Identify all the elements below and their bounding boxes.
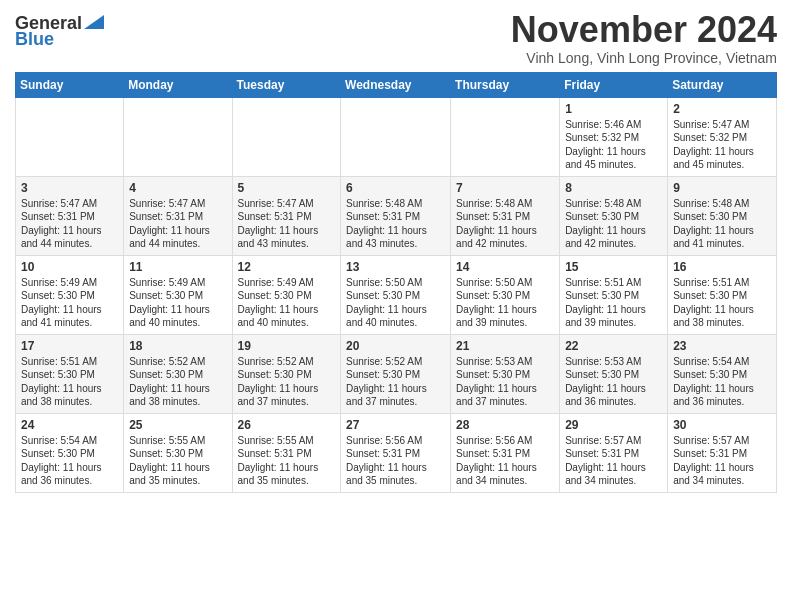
- day-number: 30: [673, 418, 771, 432]
- day-number: 9: [673, 181, 771, 195]
- cell-info: Sunrise: 5:54 AMSunset: 5:30 PMDaylight:…: [21, 434, 118, 488]
- svg-marker-0: [84, 15, 104, 29]
- day-number: 22: [565, 339, 662, 353]
- cell-info: Sunrise: 5:49 AMSunset: 5:30 PMDaylight:…: [129, 276, 226, 330]
- calendar-cell: 10Sunrise: 5:49 AMSunset: 5:30 PMDayligh…: [16, 255, 124, 334]
- calendar-header-row: SundayMondayTuesdayWednesdayThursdayFrid…: [16, 72, 777, 97]
- page-header: General Blue November 2024 Vinh Long, Vi…: [15, 10, 777, 66]
- day-number: 1: [565, 102, 662, 116]
- cell-info: Sunrise: 5:56 AMSunset: 5:31 PMDaylight:…: [456, 434, 554, 488]
- day-number: 23: [673, 339, 771, 353]
- day-number: 11: [129, 260, 226, 274]
- day-number: 12: [238, 260, 336, 274]
- calendar-cell: 3Sunrise: 5:47 AMSunset: 5:31 PMDaylight…: [16, 176, 124, 255]
- cell-info: Sunrise: 5:50 AMSunset: 5:30 PMDaylight:…: [346, 276, 445, 330]
- day-number: 10: [21, 260, 118, 274]
- calendar-cell: 30Sunrise: 5:57 AMSunset: 5:31 PMDayligh…: [668, 413, 777, 492]
- calendar-cell: 24Sunrise: 5:54 AMSunset: 5:30 PMDayligh…: [16, 413, 124, 492]
- calendar-cell: [124, 97, 232, 176]
- calendar-cell: 16Sunrise: 5:51 AMSunset: 5:30 PMDayligh…: [668, 255, 777, 334]
- cell-info: Sunrise: 5:52 AMSunset: 5:30 PMDaylight:…: [346, 355, 445, 409]
- calendar-cell: 15Sunrise: 5:51 AMSunset: 5:30 PMDayligh…: [560, 255, 668, 334]
- cell-info: Sunrise: 5:57 AMSunset: 5:31 PMDaylight:…: [565, 434, 662, 488]
- day-number: 18: [129, 339, 226, 353]
- cell-info: Sunrise: 5:55 AMSunset: 5:31 PMDaylight:…: [238, 434, 336, 488]
- calendar-cell: [341, 97, 451, 176]
- cell-info: Sunrise: 5:53 AMSunset: 5:30 PMDaylight:…: [456, 355, 554, 409]
- cell-info: Sunrise: 5:54 AMSunset: 5:30 PMDaylight:…: [673, 355, 771, 409]
- day-number: 7: [456, 181, 554, 195]
- day-number: 26: [238, 418, 336, 432]
- calendar-cell: 27Sunrise: 5:56 AMSunset: 5:31 PMDayligh…: [341, 413, 451, 492]
- location: Vinh Long, Vinh Long Province, Vietnam: [511, 50, 777, 66]
- calendar-cell: 2Sunrise: 5:47 AMSunset: 5:32 PMDaylight…: [668, 97, 777, 176]
- cell-info: Sunrise: 5:47 AMSunset: 5:32 PMDaylight:…: [673, 118, 771, 172]
- calendar-cell: 21Sunrise: 5:53 AMSunset: 5:30 PMDayligh…: [451, 334, 560, 413]
- column-header-monday: Monday: [124, 72, 232, 97]
- column-header-saturday: Saturday: [668, 72, 777, 97]
- day-number: 21: [456, 339, 554, 353]
- day-number: 29: [565, 418, 662, 432]
- day-number: 28: [456, 418, 554, 432]
- day-number: 2: [673, 102, 771, 116]
- month-title: November 2024: [511, 10, 777, 50]
- logo: General Blue: [15, 14, 104, 48]
- calendar-cell: [16, 97, 124, 176]
- calendar-cell: [451, 97, 560, 176]
- calendar-cell: [232, 97, 341, 176]
- calendar-cell: 7Sunrise: 5:48 AMSunset: 5:31 PMDaylight…: [451, 176, 560, 255]
- title-block: November 2024 Vinh Long, Vinh Long Provi…: [511, 10, 777, 66]
- day-number: 5: [238, 181, 336, 195]
- logo-blue: Blue: [15, 30, 54, 48]
- cell-info: Sunrise: 5:57 AMSunset: 5:31 PMDaylight:…: [673, 434, 771, 488]
- calendar-cell: 23Sunrise: 5:54 AMSunset: 5:30 PMDayligh…: [668, 334, 777, 413]
- calendar-cell: 1Sunrise: 5:46 AMSunset: 5:32 PMDaylight…: [560, 97, 668, 176]
- logo-icon: [84, 15, 104, 29]
- cell-info: Sunrise: 5:51 AMSunset: 5:30 PMDaylight:…: [565, 276, 662, 330]
- day-number: 14: [456, 260, 554, 274]
- cell-info: Sunrise: 5:50 AMSunset: 5:30 PMDaylight:…: [456, 276, 554, 330]
- calendar-cell: 25Sunrise: 5:55 AMSunset: 5:30 PMDayligh…: [124, 413, 232, 492]
- day-number: 19: [238, 339, 336, 353]
- calendar-cell: 28Sunrise: 5:56 AMSunset: 5:31 PMDayligh…: [451, 413, 560, 492]
- calendar-cell: 11Sunrise: 5:49 AMSunset: 5:30 PMDayligh…: [124, 255, 232, 334]
- day-number: 4: [129, 181, 226, 195]
- day-number: 16: [673, 260, 771, 274]
- cell-info: Sunrise: 5:47 AMSunset: 5:31 PMDaylight:…: [129, 197, 226, 251]
- calendar-week-row: 1Sunrise: 5:46 AMSunset: 5:32 PMDaylight…: [16, 97, 777, 176]
- cell-info: Sunrise: 5:53 AMSunset: 5:30 PMDaylight:…: [565, 355, 662, 409]
- day-number: 17: [21, 339, 118, 353]
- calendar-week-row: 17Sunrise: 5:51 AMSunset: 5:30 PMDayligh…: [16, 334, 777, 413]
- day-number: 27: [346, 418, 445, 432]
- calendar-cell: 22Sunrise: 5:53 AMSunset: 5:30 PMDayligh…: [560, 334, 668, 413]
- calendar-week-row: 10Sunrise: 5:49 AMSunset: 5:30 PMDayligh…: [16, 255, 777, 334]
- cell-info: Sunrise: 5:48 AMSunset: 5:30 PMDaylight:…: [673, 197, 771, 251]
- day-number: 15: [565, 260, 662, 274]
- cell-info: Sunrise: 5:48 AMSunset: 5:31 PMDaylight:…: [346, 197, 445, 251]
- calendar-cell: 14Sunrise: 5:50 AMSunset: 5:30 PMDayligh…: [451, 255, 560, 334]
- cell-info: Sunrise: 5:49 AMSunset: 5:30 PMDaylight:…: [21, 276, 118, 330]
- calendar-cell: 5Sunrise: 5:47 AMSunset: 5:31 PMDaylight…: [232, 176, 341, 255]
- column-header-friday: Friday: [560, 72, 668, 97]
- cell-info: Sunrise: 5:49 AMSunset: 5:30 PMDaylight:…: [238, 276, 336, 330]
- cell-info: Sunrise: 5:52 AMSunset: 5:30 PMDaylight:…: [129, 355, 226, 409]
- cell-info: Sunrise: 5:56 AMSunset: 5:31 PMDaylight:…: [346, 434, 445, 488]
- calendar-cell: 17Sunrise: 5:51 AMSunset: 5:30 PMDayligh…: [16, 334, 124, 413]
- calendar-week-row: 3Sunrise: 5:47 AMSunset: 5:31 PMDaylight…: [16, 176, 777, 255]
- day-number: 13: [346, 260, 445, 274]
- calendar-cell: 9Sunrise: 5:48 AMSunset: 5:30 PMDaylight…: [668, 176, 777, 255]
- calendar-cell: 19Sunrise: 5:52 AMSunset: 5:30 PMDayligh…: [232, 334, 341, 413]
- calendar-table: SundayMondayTuesdayWednesdayThursdayFrid…: [15, 72, 777, 493]
- cell-info: Sunrise: 5:47 AMSunset: 5:31 PMDaylight:…: [21, 197, 118, 251]
- cell-info: Sunrise: 5:52 AMSunset: 5:30 PMDaylight:…: [238, 355, 336, 409]
- calendar-cell: 18Sunrise: 5:52 AMSunset: 5:30 PMDayligh…: [124, 334, 232, 413]
- cell-info: Sunrise: 5:48 AMSunset: 5:30 PMDaylight:…: [565, 197, 662, 251]
- calendar-cell: 4Sunrise: 5:47 AMSunset: 5:31 PMDaylight…: [124, 176, 232, 255]
- calendar-cell: 20Sunrise: 5:52 AMSunset: 5:30 PMDayligh…: [341, 334, 451, 413]
- column-header-wednesday: Wednesday: [341, 72, 451, 97]
- cell-info: Sunrise: 5:46 AMSunset: 5:32 PMDaylight:…: [565, 118, 662, 172]
- cell-info: Sunrise: 5:48 AMSunset: 5:31 PMDaylight:…: [456, 197, 554, 251]
- calendar-cell: 8Sunrise: 5:48 AMSunset: 5:30 PMDaylight…: [560, 176, 668, 255]
- column-header-thursday: Thursday: [451, 72, 560, 97]
- calendar-cell: 12Sunrise: 5:49 AMSunset: 5:30 PMDayligh…: [232, 255, 341, 334]
